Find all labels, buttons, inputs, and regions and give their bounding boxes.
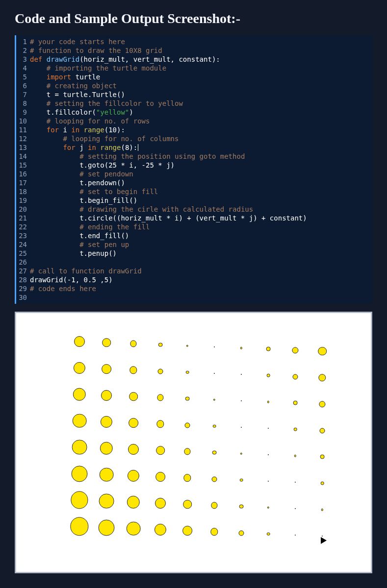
circle-dot [318, 347, 327, 356]
line-number: 9 [16, 108, 30, 117]
circle-dot [267, 532, 270, 536]
code-content [30, 258, 372, 267]
turtle-pointer-icon [321, 537, 327, 544]
circle-dot [158, 368, 163, 374]
circle-dot [266, 347, 271, 351]
code-line: 23 t.end_fill() [16, 231, 372, 240]
circle-dot [213, 424, 216, 428]
circle-dot [319, 401, 325, 407]
code-content: # set to begin fill [30, 187, 372, 196]
circle-dot [72, 466, 88, 482]
code-content: t.end_fill() [30, 231, 372, 240]
circle-dot [240, 347, 242, 349]
code-line: 12 # looping for no. of columns [16, 134, 372, 143]
circle-dot [239, 504, 244, 509]
code-line: 26 [16, 258, 372, 267]
code-editor: 1# your code starts here2# function to d… [15, 35, 372, 304]
line-number: 1 [16, 37, 30, 46]
code-line: 2# function to draw the 10X8 grid [16, 46, 372, 55]
code-line: 10 # looping for no. of rows [16, 117, 372, 125]
code-content: # call to function drawGrid [30, 267, 372, 275]
code-content: for j in range(8): [30, 143, 372, 152]
code-line: 21 t.circle((horiz_mult * i) + (vert_mul… [16, 214, 372, 222]
line-number: 13 [16, 143, 30, 152]
circle-dot [101, 390, 112, 401]
code-content: # set pen up [30, 240, 372, 249]
circle-dot [74, 336, 85, 347]
circle-dot [241, 374, 242, 375]
code-content: # looping for no. of rows [30, 117, 372, 125]
line-number: 8 [16, 99, 30, 108]
circle-dot [155, 524, 166, 536]
code-line: 27# call to function drawGrid [16, 267, 372, 275]
circle-dot [295, 508, 296, 509]
circle-dot [295, 482, 296, 483]
line-number: 16 [16, 170, 30, 178]
code-content: # code ends here [30, 284, 372, 293]
code-line: 1# your code starts here [16, 37, 372, 46]
circle-dot [129, 418, 138, 428]
code-line: 22 # ending the fill [16, 222, 372, 231]
code-content: import turtle [30, 73, 372, 81]
code-content: # setting the position using goto method [30, 152, 372, 161]
code-content: t.begin_fill() [30, 196, 372, 205]
circle-dot [100, 467, 114, 482]
code-content: drawGrid(-1, 0.5 ,5) [30, 275, 372, 284]
code-content: # ending the fill [30, 222, 372, 231]
circle-dot [185, 422, 190, 428]
line-number: 15 [16, 161, 30, 170]
code-line: 11 for i in range(10): [16, 125, 372, 134]
code-content: # creating object [30, 81, 372, 90]
circle-dot [213, 399, 215, 401]
circle-dot [293, 401, 298, 405]
code-line: 6 # creating object [16, 81, 372, 90]
line-number: 28 [16, 275, 30, 284]
code-line: 13 for j in range(8): [16, 143, 372, 152]
line-number: 23 [16, 231, 30, 240]
code-content: t.fillcolor("yellow") [30, 108, 372, 117]
circle-dot [212, 476, 217, 482]
circle-dot [129, 367, 137, 374]
code-line: 30 [16, 293, 372, 302]
code-line: 28drawGrid(-1, 0.5 ,5) [16, 275, 372, 284]
code-content: # looping for no. of columns [30, 134, 372, 143]
circle-dot [102, 364, 111, 374]
circle-dot [186, 370, 189, 374]
circle-dot [100, 442, 113, 455]
circle-dot [186, 345, 188, 347]
circle-dot [293, 374, 298, 379]
code-line: 3def drawGrid(horiz_mult, vert_mult, con… [16, 55, 372, 64]
line-number: 18 [16, 187, 30, 196]
code-content: def drawGrid(horiz_mult, vert_mult, cons… [30, 55, 372, 64]
code-content: for i in range(10): [30, 125, 372, 134]
line-number: 7 [16, 90, 30, 99]
circle-dot [240, 453, 242, 455]
code-line: 14 # setting the position using goto met… [16, 152, 372, 161]
text-cursor [138, 144, 138, 151]
circle-dot [70, 517, 88, 536]
circle-dot [155, 498, 166, 509]
circle-dot [185, 396, 190, 401]
circle-dot [73, 388, 86, 401]
circle-dot [156, 446, 165, 455]
code-line: 9 t.fillcolor("yellow") [16, 108, 372, 117]
code-line: 19 t.begin_fill() [16, 196, 372, 205]
circle-dot [73, 414, 87, 428]
circle-dot [320, 428, 325, 433]
circle-dot [295, 535, 296, 536]
code-content: # importing the turtle module [30, 64, 372, 73]
circle-dot [267, 507, 269, 509]
code-line: 24 # set pen up [16, 240, 372, 249]
circle-dot [318, 374, 326, 381]
code-line: 4 # importing the turtle module [16, 64, 372, 73]
circle-dot [128, 444, 139, 455]
code-line: 7 t = turtle.Turtle() [16, 90, 372, 99]
circle-dot [210, 528, 218, 536]
code-content: t.goto(25 * i, -25 * j) [30, 161, 372, 170]
circle-dot [240, 478, 243, 482]
circle-dot [182, 526, 192, 536]
circle-dot [129, 392, 138, 401]
line-number: 2 [16, 46, 30, 55]
code-line: 29# code ends here [16, 284, 372, 293]
line-number: 5 [16, 73, 30, 81]
